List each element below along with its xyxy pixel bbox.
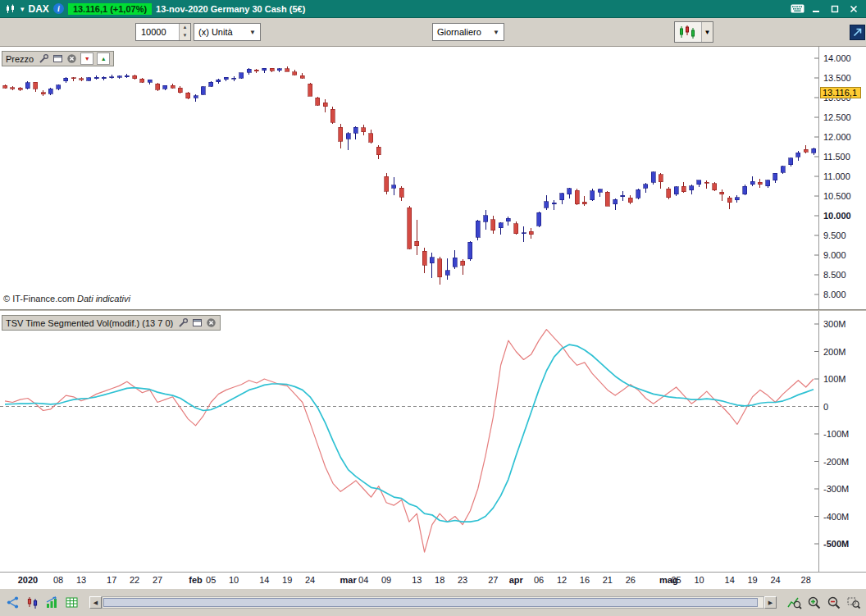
time-axis-label: 14 <box>725 575 735 585</box>
wrench-icon[interactable] <box>38 53 49 64</box>
indicator-pane-title: TSV Time Segmented Vol(modif.) (13 7 0) <box>6 318 173 328</box>
chevron-down-icon: ▼ <box>493 29 499 36</box>
detach-window-button[interactable] <box>850 25 865 40</box>
sell-arrow-icon[interactable]: ▼ <box>80 52 93 65</box>
info-icon[interactable]: i <box>53 3 64 14</box>
chart-toolbar: 10000 ▲ ▼ (x) Unità ▼ Giornaliero ▼ ▼ <box>0 18 866 47</box>
time-axis-label: mar <box>340 575 357 585</box>
buy-arrow-icon[interactable]: ▲ <box>97 52 110 65</box>
tsv-fast-line <box>5 330 814 552</box>
price-axis: 14.00013.50013.00012.50012.00011.50011.0… <box>818 47 866 309</box>
indicator-axis: 300M200M100M0-100M-200M-300M-400M-500M <box>818 311 866 572</box>
time-axis-label: feb <box>189 575 203 585</box>
price-pane[interactable]: Prezzo ▼ ▲ © IT-Finance.com Dati indicat… <box>0 47 818 309</box>
close-icon[interactable] <box>205 317 216 328</box>
share-icon[interactable] <box>4 594 21 611</box>
indicator-axis-label: -100M <box>823 429 849 439</box>
close-icon[interactable] <box>66 53 77 64</box>
time-axis-label: 12 <box>557 575 567 585</box>
window-titlebar: ▾ DAX i 13.116,1 (+1,07%) 13-nov-2020 Ge… <box>0 0 866 18</box>
time-axis-label: 24 <box>305 575 315 585</box>
price-pane-header: Prezzo ▼ ▲ <box>2 51 114 66</box>
time-axis-label: 22 <box>130 575 139 585</box>
maximize-button[interactable] <box>827 2 842 15</box>
time-axis-label: 19 <box>747 575 757 585</box>
close-button[interactable] <box>846 2 861 15</box>
spinner-up-button[interactable]: ▲ <box>180 24 190 32</box>
time-axis-label: 06 <box>534 575 544 585</box>
zoom-chart-icon[interactable] <box>786 594 803 611</box>
timeframe-dropdown-value: Giornaliero <box>437 27 481 37</box>
quantity-value[interactable]: 10000 <box>136 24 179 40</box>
bottom-toolbar: ◀ ▶ <box>0 588 866 616</box>
window-icon[interactable] <box>52 53 63 64</box>
price-axis-label: 10.000 <box>823 211 851 221</box>
indicator-axis-label: 100M <box>823 374 846 384</box>
time-axis-label: 24 <box>770 575 780 585</box>
time-axis-label: 2020 <box>18 575 38 585</box>
scroll-right-button[interactable]: ▶ <box>764 596 777 609</box>
quote-badge: 13.116,1 (+1,07%) <box>68 3 152 15</box>
spinner-down-button[interactable]: ▼ <box>180 32 190 40</box>
keyboard-icon[interactable] <box>790 2 804 15</box>
price-axis-label: 12.500 <box>823 112 851 122</box>
indicator-axis-label: -200M <box>823 457 849 467</box>
instrument-dropdown-caret[interactable]: ▾ <box>21 5 25 13</box>
wrench-icon[interactable] <box>177 317 189 328</box>
chevron-down-icon: ▼ <box>701 22 713 42</box>
data-table-icon[interactable] <box>63 594 80 611</box>
candlestick-tool-icon[interactable] <box>24 594 41 611</box>
indicator-axis-label: -400M <box>823 512 849 522</box>
timeframe-dropdown[interactable]: Giornaliero ▼ <box>432 23 504 41</box>
time-axis-label: 08 <box>53 575 63 585</box>
scroll-left-button[interactable]: ◀ <box>89 596 102 609</box>
volume-chart-icon[interactable] <box>43 594 61 611</box>
indicator-pane[interactable]: TSV Time Segmented Vol(modif.) (13 7 0) <box>0 311 818 572</box>
trading-platform-window: ▾ DAX i 13.116,1 (+1,07%) 13-nov-2020 Ge… <box>0 0 866 616</box>
time-axis-label: 10 <box>229 575 239 585</box>
price-axis-label: 8.500 <box>823 270 846 280</box>
copyright-note: © IT-Finance.com Dati indicativi <box>3 294 130 303</box>
price-axis-label: 13.500 <box>823 73 851 83</box>
zoom-reset-icon[interactable] <box>845 594 862 611</box>
unit-dropdown-value: (x) Unità <box>198 27 233 37</box>
time-axis-label: 23 <box>458 575 467 585</box>
time-axis-label: 27 <box>488 575 498 585</box>
window-icon[interactable] <box>191 317 203 328</box>
scrollbar-track[interactable] <box>102 596 764 609</box>
instrument-details: 13-nov-2020 Germany 30 Cash (5€) <box>156 4 305 14</box>
time-axis-label: 13 <box>412 575 422 585</box>
price-axis-label: 11.000 <box>823 171 850 181</box>
time-axis-label: 10 <box>694 575 704 585</box>
time-axis-label: 26 <box>626 575 636 585</box>
scrollbar-thumb[interactable] <box>103 598 758 607</box>
quantity-spinner[interactable]: 10000 ▲ ▼ <box>135 23 191 41</box>
indicator-chart[interactable] <box>0 311 818 572</box>
minimize-button[interactable] <box>809 2 823 15</box>
indicative-data-note: Dati indicativi <box>77 294 130 303</box>
indicator-axis-label: -300M <box>823 484 849 494</box>
indicator-axis-label: -500M <box>823 539 849 549</box>
tsv-slow-line <box>5 345 814 522</box>
chart-style-button[interactable]: ▼ <box>674 21 713 43</box>
indicator-axis-label: 200M <box>823 347 846 357</box>
indicator-pane-header: TSV Time Segmented Vol(modif.) (13 7 0) <box>2 315 221 331</box>
zoom-in-icon[interactable] <box>805 594 823 611</box>
instrument-symbol: DAX <box>29 3 49 15</box>
price-axis-label: 9.500 <box>823 230 846 240</box>
time-axis-label: 28 <box>801 575 811 585</box>
time-axis-label: 19 <box>282 575 292 585</box>
price-axis-label: 10.500 <box>823 191 851 201</box>
price-chart[interactable] <box>0 47 818 309</box>
unit-dropdown[interactable]: (x) Unità ▼ <box>194 23 261 41</box>
time-axis-label: 05 <box>206 575 216 585</box>
chart-scrollbar[interactable]: ◀ ▶ <box>89 596 777 609</box>
zoom-out-icon[interactable] <box>825 594 842 611</box>
time-axis-label: 14 <box>259 575 269 585</box>
price-axis-label: 11.500 <box>823 152 850 162</box>
indicator-axis-label: 300M <box>823 319 846 329</box>
instrument-chart-icon <box>5 3 16 14</box>
price-axis-label: 12.000 <box>823 132 851 142</box>
time-axis-label: apr <box>509 575 523 585</box>
time-axis-label: 04 <box>358 575 368 585</box>
